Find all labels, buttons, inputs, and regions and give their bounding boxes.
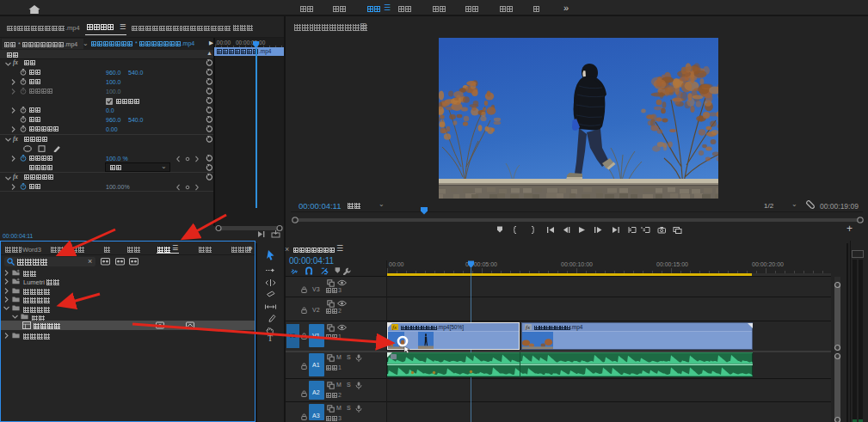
svg-text:T: T (268, 333, 273, 342)
